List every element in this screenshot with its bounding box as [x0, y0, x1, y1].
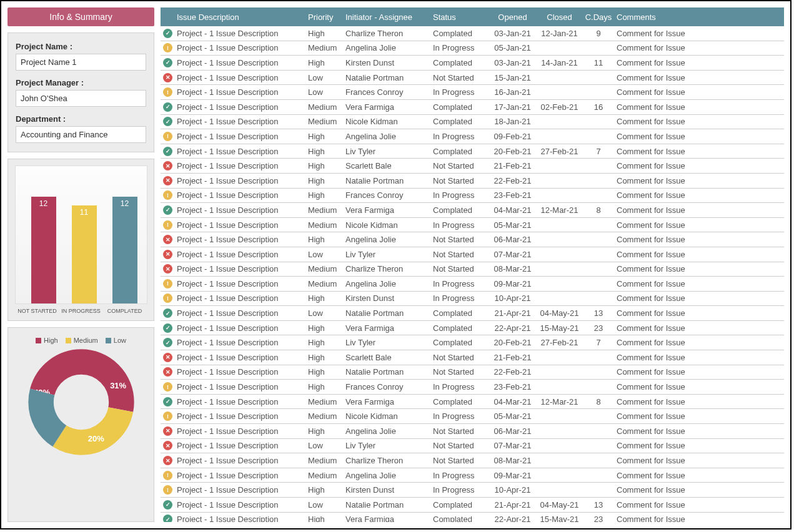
table-row[interactable]: ✕Project - 1 Issue DescriptionHighNatali…: [161, 174, 784, 189]
table-row[interactable]: ✕Project - 1 Issue DescriptionLowNatalie…: [161, 71, 784, 86]
check-icon: ✓: [163, 117, 172, 126]
project-manager-value[interactable]: John O'Shea: [16, 90, 146, 107]
tab-info-summary[interactable]: Info & Summary: [7, 7, 154, 26]
table-row[interactable]: ✕Project - 1 Issue DescriptionMediumChar…: [161, 453, 784, 468]
cell-initiator: Natalie Portman: [345, 73, 433, 82]
cell-status: Not Started: [433, 441, 489, 450]
cell-opened: 22-Apr-21: [489, 323, 536, 333]
table-row[interactable]: !Project - 1 Issue DescriptionHighKirste…: [161, 292, 784, 307]
table-row[interactable]: !Project - 1 Issue DescriptionMediumAnge…: [161, 468, 784, 483]
table-row[interactable]: ✓Project - 1 Issue DescriptionHighKirste…: [161, 56, 784, 71]
cell-comments: Comment for Issue: [614, 102, 784, 112]
cell-description: Project - 1 Issue Description: [177, 147, 308, 156]
donut-legend: High Medium Low: [36, 337, 126, 344]
cell-priority: High: [308, 235, 345, 244]
cell-status: In Progress: [433, 220, 489, 230]
table-row[interactable]: !Project - 1 Issue DescriptionLowFrances…: [161, 85, 784, 100]
cell-initiator: Angelina Jolie: [345, 132, 433, 141]
table-row[interactable]: ✓Project - 1 Issue DescriptionHighLiv Ty…: [161, 335, 784, 350]
cell-status: Not Started: [433, 367, 489, 377]
cell-comments: Comment for Issue: [614, 43, 784, 52]
cell-status: Not Started: [433, 353, 489, 362]
cell-initiator: Angelina Jolie: [345, 279, 433, 288]
cell-opened: 15-Jan-21: [489, 73, 536, 82]
cell-opened: 17-Jan-21: [489, 102, 536, 112]
table-row[interactable]: !Project - 1 Issue DescriptionHighFrance…: [161, 380, 784, 395]
cell-status: Complated: [433, 397, 489, 406]
cell-priority: Medium: [308, 220, 345, 230]
cell-opened: 23-Feb-21: [489, 382, 536, 392]
cell-comments: Comment for Issue: [614, 485, 784, 495]
project-name-value[interactable]: Project Name 1: [16, 54, 146, 71]
table-row[interactable]: ✓Project - 1 Issue DescriptionMediumNico…: [161, 115, 784, 130]
table-row[interactable]: ✓Project - 1 Issue DescriptionMediumVera…: [161, 203, 784, 218]
cell-description: Project - 1 Issue Description: [177, 293, 308, 303]
table-row[interactable]: ✕Project - 1 Issue DescriptionHighNatali…: [161, 365, 784, 380]
table-row[interactable]: ✕Project - 1 Issue DescriptionHighScarle…: [161, 159, 784, 174]
cell-priority: Medium: [308, 397, 345, 406]
cell-opened: 06-Mar-21: [489, 235, 536, 244]
cell-description: Project - 1 Issue Description: [177, 235, 308, 244]
cell-days: 16: [583, 102, 614, 112]
cell-description: Project - 1 Issue Description: [177, 87, 308, 97]
cell-comments: Comment for Issue: [614, 515, 784, 522]
cell-priority: Medium: [308, 279, 345, 288]
cell-description: Project - 1 Issue Description: [177, 205, 308, 215]
table-row[interactable]: !Project - 1 Issue DescriptionHighFrance…: [161, 189, 784, 204]
table-row[interactable]: !Project - 1 Issue DescriptionMediumAnge…: [161, 41, 784, 56]
cell-comments: Comment for Issue: [614, 58, 784, 67]
table-row[interactable]: ✕Project - 1 Issue DescriptionMediumChar…: [161, 262, 784, 277]
cell-opened: 21-Feb-21: [489, 161, 536, 170]
table-row[interactable]: ✓Project - 1 Issue DescriptionMediumVera…: [161, 100, 784, 115]
warn-icon: !: [163, 485, 172, 495]
cell-description: Project - 1 Issue Description: [177, 323, 308, 333]
cell-status: Not Started: [433, 176, 489, 185]
cell-closed: 04-May-21: [536, 500, 583, 510]
cell-opened: 10-Apr-21: [489, 485, 536, 495]
cell-status: In Progress: [433, 293, 489, 303]
table-row[interactable]: ✓Project - 1 Issue DescriptionHighLiv Ty…: [161, 144, 784, 159]
cell-status: In Progress: [433, 279, 489, 288]
table-row[interactable]: !Project - 1 Issue DescriptionMediumNico…: [161, 409, 784, 424]
cell-comments: Comment for Issue: [614, 338, 784, 347]
cell-opened: 20-Feb-21: [489, 338, 536, 347]
cell-initiator: Liv Tyler: [345, 338, 433, 347]
cell-closed: 12-Jan-21: [536, 29, 583, 38]
header-closed: Closed: [536, 12, 583, 22]
cell-comments: Comment for Issue: [614, 441, 784, 450]
table-row[interactable]: ✕Project - 1 Issue DescriptionHighScarle…: [161, 350, 784, 365]
table-row[interactable]: ✕Project - 1 Issue DescriptionLowLiv Tyl…: [161, 439, 784, 454]
cell-comments: Comment for Issue: [614, 293, 784, 303]
check-icon: ✓: [163, 323, 172, 333]
cell-days: 11: [583, 58, 614, 67]
table-body[interactable]: ✓Project - 1 Issue DescriptionHighCharli…: [161, 26, 784, 522]
table-row[interactable]: ✓Project - 1 Issue DescriptionHighVera F…: [161, 321, 784, 336]
department-value[interactable]: Accounting and Finance: [16, 126, 146, 143]
warn-icon: !: [163, 293, 172, 303]
cell-comments: Comment for Issue: [614, 353, 784, 362]
table-row[interactable]: ✕Project - 1 Issue DescriptionHighAngeli…: [161, 424, 784, 439]
cell-closed: 14-Jan-21: [536, 58, 583, 67]
cell-status: Not Started: [433, 235, 489, 244]
table-row[interactable]: ✕Project - 1 Issue DescriptionHighAngeli…: [161, 232, 784, 247]
table-row[interactable]: !Project - 1 Issue DescriptionMediumAnge…: [161, 277, 784, 292]
table-row[interactable]: ✓Project - 1 Issue DescriptionMediumVera…: [161, 395, 784, 410]
cell-initiator: Charlize Theron: [345, 456, 433, 465]
cross-icon: ✕: [163, 161, 172, 170]
cell-status: Complated: [433, 147, 489, 156]
table-row[interactable]: ✕Project - 1 Issue DescriptionLowLiv Tyl…: [161, 247, 784, 262]
table-row[interactable]: !Project - 1 Issue DescriptionHighKirste…: [161, 483, 784, 498]
warn-icon: !: [163, 411, 172, 421]
cell-days: 13: [583, 500, 614, 510]
cell-initiator: Angelina Jolie: [345, 235, 433, 244]
cell-priority: Medium: [308, 471, 345, 480]
table-row[interactable]: ✓Project - 1 Issue DescriptionHighVera F…: [161, 513, 784, 522]
table-row[interactable]: !Project - 1 Issue DescriptionMediumNico…: [161, 218, 784, 233]
check-icon: ✓: [163, 102, 172, 112]
cell-comments: Comment for Issue: [614, 308, 784, 318]
table-row[interactable]: ✓Project - 1 Issue DescriptionLowNatalie…: [161, 306, 784, 321]
cell-opened: 03-Jan-21: [489, 29, 536, 38]
table-row[interactable]: ✓Project - 1 Issue DescriptionLowNatalie…: [161, 498, 784, 513]
table-row[interactable]: !Project - 1 Issue DescriptionHighAngeli…: [161, 129, 784, 144]
table-row[interactable]: ✓Project - 1 Issue DescriptionHighCharli…: [161, 26, 784, 41]
